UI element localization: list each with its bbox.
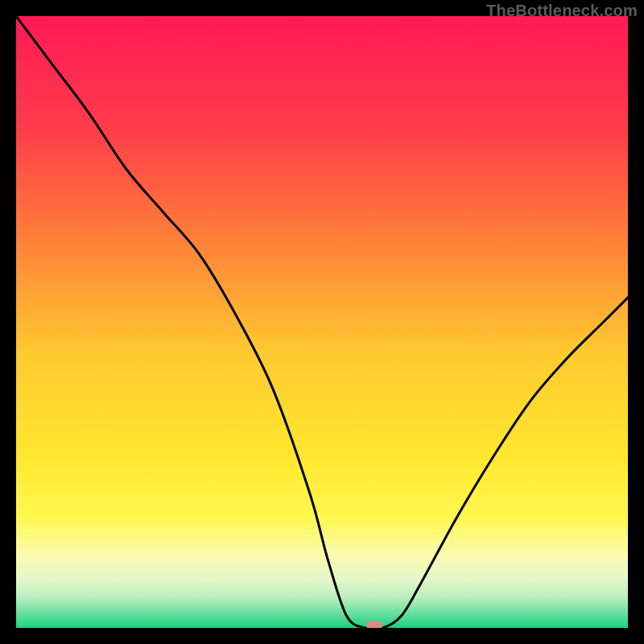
plot-area	[16, 16, 628, 628]
chart-container: TheBottleneck.com	[0, 0, 644, 644]
optimal-marker	[366, 621, 382, 628]
watermark-text: TheBottleneck.com	[486, 2, 638, 20]
bottleneck-curve	[16, 16, 628, 628]
